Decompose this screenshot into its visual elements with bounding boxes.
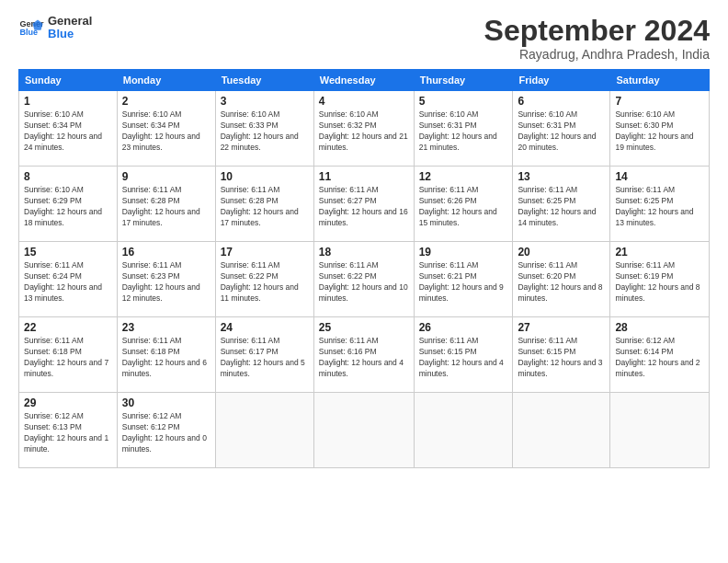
day-cell-6: 6 Sunrise: 6:10 AM Sunset: 6:31 PM Dayli… (513, 91, 610, 167)
day-info: Sunrise: 6:10 AM Sunset: 6:31 PM Dayligh… (518, 109, 605, 154)
day-info: Sunrise: 6:11 AM Sunset: 6:21 PM Dayligh… (419, 260, 508, 304)
day-info: Sunrise: 6:10 AM Sunset: 6:29 PM Dayligh… (24, 185, 112, 229)
day-cell-2: 2 Sunrise: 6:10 AM Sunset: 6:34 PM Dayli… (117, 91, 215, 167)
day-cell-3: 3 Sunrise: 6:10 AM Sunset: 6:33 PM Dayli… (215, 91, 313, 167)
col-friday: Friday (513, 70, 610, 91)
day-cell-25: 25 Sunrise: 6:11 AM Sunset: 6:16 PM Dayl… (313, 317, 414, 393)
day-info: Sunrise: 6:11 AM Sunset: 6:28 PM Dayligh… (122, 185, 210, 229)
day-cell-5: 5 Sunrise: 6:10 AM Sunset: 6:31 PM Dayli… (414, 91, 513, 167)
day-number: 30 (122, 396, 210, 409)
col-saturday: Saturday (610, 70, 710, 91)
day-number: 21 (615, 246, 704, 259)
day-number: 5 (419, 95, 508, 108)
day-info: Sunrise: 6:10 AM Sunset: 6:32 PM Dayligh… (319, 109, 409, 154)
day-info: Sunrise: 6:11 AM Sunset: 6:25 PM Dayligh… (615, 185, 704, 229)
day-info: Sunrise: 6:11 AM Sunset: 6:18 PM Dayligh… (122, 336, 210, 380)
col-tuesday: Tuesday (215, 70, 313, 91)
empty-cell (513, 393, 610, 468)
day-cell-13: 13 Sunrise: 6:11 AM Sunset: 6:25 PM Dayl… (513, 167, 610, 242)
week-row-2: 15 Sunrise: 6:11 AM Sunset: 6:24 PM Dayl… (19, 242, 710, 317)
day-number: 25 (319, 321, 409, 334)
day-info: Sunrise: 6:12 AM Sunset: 6:13 PM Dayligh… (24, 411, 112, 455)
day-number: 19 (419, 246, 508, 259)
day-number: 28 (615, 321, 704, 334)
day-info: Sunrise: 6:11 AM Sunset: 6:25 PM Dayligh… (518, 185, 605, 229)
day-cell-20: 20 Sunrise: 6:11 AM Sunset: 6:20 PM Dayl… (513, 242, 610, 317)
day-number: 22 (24, 321, 112, 334)
day-info: Sunrise: 6:11 AM Sunset: 6:23 PM Dayligh… (122, 260, 210, 304)
day-cell-19: 19 Sunrise: 6:11 AM Sunset: 6:21 PM Dayl… (414, 242, 513, 317)
day-number: 23 (122, 321, 210, 334)
day-info: Sunrise: 6:11 AM Sunset: 6:17 PM Dayligh… (221, 336, 309, 380)
day-info: Sunrise: 6:10 AM Sunset: 6:34 PM Dayligh… (24, 109, 112, 154)
day-number: 29 (24, 396, 112, 409)
week-row-0: 1 Sunrise: 6:10 AM Sunset: 6:34 PM Dayli… (19, 91, 710, 167)
day-cell-26: 26 Sunrise: 6:11 AM Sunset: 6:15 PM Dayl… (414, 317, 513, 393)
day-number: 18 (319, 246, 409, 259)
day-cell-30: 30 Sunrise: 6:12 AM Sunset: 6:12 PM Dayl… (117, 393, 215, 468)
day-number: 13 (518, 170, 605, 183)
day-number: 10 (221, 170, 309, 183)
main-title: September 2024 (484, 15, 710, 47)
day-cell-18: 18 Sunrise: 6:11 AM Sunset: 6:22 PM Dayl… (313, 242, 414, 317)
day-cell-4: 4 Sunrise: 6:10 AM Sunset: 6:32 PM Dayli… (313, 91, 414, 167)
day-info: Sunrise: 6:11 AM Sunset: 6:15 PM Dayligh… (518, 336, 605, 380)
empty-cell (313, 393, 414, 468)
day-info: Sunrise: 6:11 AM Sunset: 6:20 PM Dayligh… (518, 260, 605, 304)
day-info: Sunrise: 6:11 AM Sunset: 6:18 PM Dayligh… (24, 336, 112, 380)
week-row-1: 8 Sunrise: 6:10 AM Sunset: 6:29 PM Dayli… (19, 167, 710, 242)
week-row-4: 29 Sunrise: 6:12 AM Sunset: 6:13 PM Dayl… (19, 393, 710, 468)
day-info: Sunrise: 6:11 AM Sunset: 6:15 PM Dayligh… (419, 336, 508, 380)
day-number: 9 (122, 170, 210, 183)
day-number: 16 (122, 246, 210, 259)
day-info: Sunrise: 6:11 AM Sunset: 6:16 PM Dayligh… (319, 336, 409, 380)
col-wednesday: Wednesday (313, 70, 414, 91)
day-cell-21: 21 Sunrise: 6:11 AM Sunset: 6:19 PM Dayl… (610, 242, 710, 317)
day-cell-8: 8 Sunrise: 6:10 AM Sunset: 6:29 PM Dayli… (19, 167, 118, 242)
day-cell-11: 11 Sunrise: 6:11 AM Sunset: 6:27 PM Dayl… (313, 167, 414, 242)
day-number: 4 (319, 95, 409, 108)
col-monday: Monday (117, 70, 215, 91)
day-cell-10: 10 Sunrise: 6:11 AM Sunset: 6:28 PM Dayl… (215, 167, 313, 242)
day-number: 3 (221, 95, 309, 108)
day-cell-15: 15 Sunrise: 6:11 AM Sunset: 6:24 PM Dayl… (19, 242, 118, 317)
day-cell-16: 16 Sunrise: 6:11 AM Sunset: 6:23 PM Dayl… (117, 242, 215, 317)
calendar-table: Sunday Monday Tuesday Wednesday Thursday… (18, 69, 710, 468)
day-info: Sunrise: 6:11 AM Sunset: 6:27 PM Dayligh… (319, 185, 409, 229)
empty-cell (215, 393, 313, 468)
day-number: 1 (24, 95, 112, 108)
day-number: 7 (615, 95, 704, 108)
day-cell-12: 12 Sunrise: 6:11 AM Sunset: 6:26 PM Dayl… (414, 167, 513, 242)
day-cell-29: 29 Sunrise: 6:12 AM Sunset: 6:13 PM Dayl… (19, 393, 118, 468)
day-cell-22: 22 Sunrise: 6:11 AM Sunset: 6:18 PM Dayl… (19, 317, 118, 393)
day-number: 17 (221, 246, 309, 259)
empty-cell (610, 393, 710, 468)
day-info: Sunrise: 6:10 AM Sunset: 6:30 PM Dayligh… (615, 109, 704, 154)
day-cell-24: 24 Sunrise: 6:11 AM Sunset: 6:17 PM Dayl… (215, 317, 313, 393)
day-number: 6 (518, 95, 605, 108)
day-cell-23: 23 Sunrise: 6:11 AM Sunset: 6:18 PM Dayl… (117, 317, 215, 393)
day-number: 26 (419, 321, 508, 334)
day-info: Sunrise: 6:11 AM Sunset: 6:22 PM Dayligh… (221, 260, 309, 304)
logo-general: General (48, 15, 92, 28)
week-row-3: 22 Sunrise: 6:11 AM Sunset: 6:18 PM Dayl… (19, 317, 710, 393)
day-cell-7: 7 Sunrise: 6:10 AM Sunset: 6:30 PM Dayli… (610, 91, 710, 167)
calendar-header-row: Sunday Monday Tuesday Wednesday Thursday… (19, 70, 710, 91)
day-number: 15 (24, 246, 112, 259)
logo-blue: Blue (48, 28, 92, 40)
col-thursday: Thursday (414, 70, 513, 91)
empty-cell (414, 393, 513, 468)
day-number: 11 (319, 170, 409, 183)
day-info: Sunrise: 6:12 AM Sunset: 6:14 PM Dayligh… (615, 336, 704, 380)
subtitle: Rayadrug, Andhra Pradesh, India (484, 47, 710, 62)
header: General Blue General Blue September 2024… (18, 15, 710, 62)
page: General Blue General Blue September 2024… (0, 0, 728, 563)
day-number: 27 (518, 321, 605, 334)
day-cell-1: 1 Sunrise: 6:10 AM Sunset: 6:34 PM Dayli… (19, 91, 118, 167)
col-sunday: Sunday (19, 70, 118, 91)
day-info: Sunrise: 6:11 AM Sunset: 6:22 PM Dayligh… (319, 260, 409, 304)
title-block: September 2024 Rayadrug, Andhra Pradesh,… (484, 15, 710, 62)
day-number: 20 (518, 246, 605, 259)
logo-icon: General Blue (18, 15, 44, 40)
day-number: 14 (615, 170, 704, 183)
